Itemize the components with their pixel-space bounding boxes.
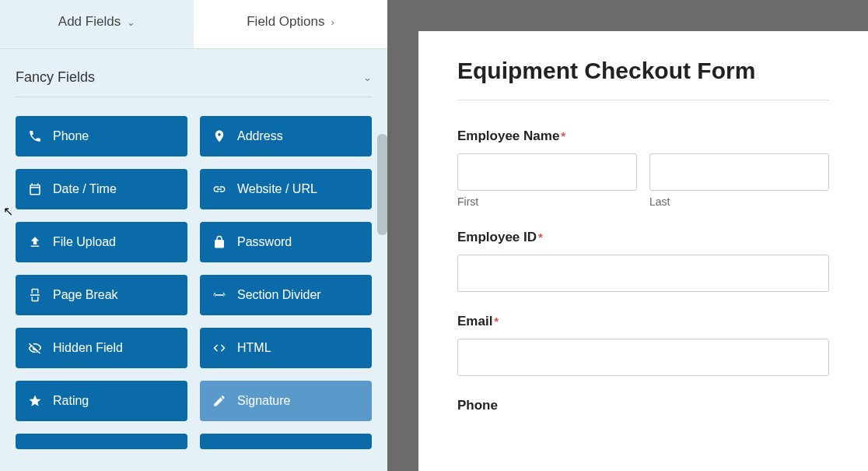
required-mark: * [538, 230, 543, 244]
field-section[interactable]: Section Divider [200, 275, 372, 315]
sublabel-first: First [457, 195, 637, 208]
label-employee-name: Employee Name* [457, 128, 829, 144]
field-phone[interactable]: Phone [16, 116, 187, 156]
code-icon [212, 341, 226, 355]
field-hidden[interactable]: Hidden Field [16, 328, 187, 368]
pagebreak-icon [28, 288, 42, 302]
field-label: Signature [237, 394, 291, 408]
divider-icon [212, 288, 226, 302]
field-pagebreak[interactable]: Page Break [16, 275, 187, 315]
field-label: Page Break [53, 288, 118, 302]
form-preview: Equipment Checkout Form Employee Name* F… [418, 31, 868, 471]
field-label: Rating [53, 394, 89, 408]
divider [457, 100, 829, 100]
scrollbar-thumb[interactable] [377, 134, 387, 235]
chevron-down-icon: ⌄ [363, 72, 372, 83]
field-label: Date / Time [53, 182, 117, 196]
form-title: Equipment Checkout Form [457, 58, 829, 84]
field-employee-name[interactable]: Employee Name* First Last [457, 128, 829, 208]
field-phone-preview[interactable]: Phone [457, 398, 829, 413]
star-icon [28, 394, 42, 408]
sublabel-last: Last [649, 195, 829, 208]
label-email: Email* [457, 314, 829, 329]
tab-add-fields[interactable]: Add Fields ⌄ [0, 0, 194, 48]
field-employee-id[interactable]: Employee ID* [457, 230, 829, 292]
preview-area: Equipment Checkout Form Employee Name* F… [387, 0, 868, 471]
tab-label: Add Fields [58, 14, 121, 30]
section-header-fancy-fields[interactable]: Fancy Fields ⌄ [0, 49, 387, 97]
field-rating[interactable]: Rating [16, 381, 187, 421]
chevron-down-icon: ⌄ [127, 16, 135, 28]
required-mark: * [561, 129, 565, 142]
sidebar: ↖ Add Fields ⌄ Field Options › Fancy Fie… [0, 0, 387, 471]
section-title: Fancy Fields [16, 69, 95, 86]
field-email[interactable]: Email* [457, 314, 829, 376]
required-mark: * [494, 315, 499, 328]
eye-off-icon [28, 341, 42, 355]
phone-icon [28, 129, 42, 143]
label-phone: Phone [457, 398, 829, 413]
field-label: File Upload [53, 235, 116, 249]
lock-icon [212, 235, 226, 249]
upload-icon [28, 235, 42, 249]
input-last-name[interactable] [649, 153, 829, 191]
label-employee-id: Employee ID* [457, 230, 829, 245]
calendar-icon [28, 182, 42, 196]
input-employee-id[interactable] [457, 255, 829, 292]
link-icon [212, 182, 226, 196]
field-label: Password [237, 235, 292, 249]
input-email[interactable] [457, 339, 829, 376]
field-label: Address [237, 129, 283, 143]
field-website[interactable]: Website / URL [200, 169, 372, 209]
field-address[interactable]: Address [200, 116, 372, 156]
field-label: Hidden Field [53, 341, 123, 355]
field-label: Website / URL [237, 182, 317, 196]
field-label: HTML [237, 341, 271, 355]
chevron-right-icon: › [331, 16, 334, 28]
tab-label: Field Options [247, 14, 324, 30]
field-label: Section Divider [237, 288, 321, 302]
input-first-name[interactable] [457, 153, 637, 191]
pin-icon [212, 129, 226, 143]
field-upload[interactable]: File Upload [16, 222, 187, 262]
field-html[interactable]: HTML [200, 328, 372, 368]
field-signature[interactable]: Signature [200, 381, 372, 421]
field-password[interactable]: Password [200, 222, 372, 262]
pencil-icon [212, 394, 226, 408]
field-grid: Phone Address Date / Time Website / URL … [0, 97, 387, 457]
tab-bar: Add Fields ⌄ Field Options › [0, 0, 387, 49]
field-datetime[interactable]: Date / Time [16, 169, 187, 209]
tab-field-options[interactable]: Field Options › [194, 0, 387, 48]
field-extra-2[interactable] [200, 434, 372, 449]
field-extra-1[interactable] [16, 434, 187, 449]
field-label: Phone [53, 129, 89, 143]
